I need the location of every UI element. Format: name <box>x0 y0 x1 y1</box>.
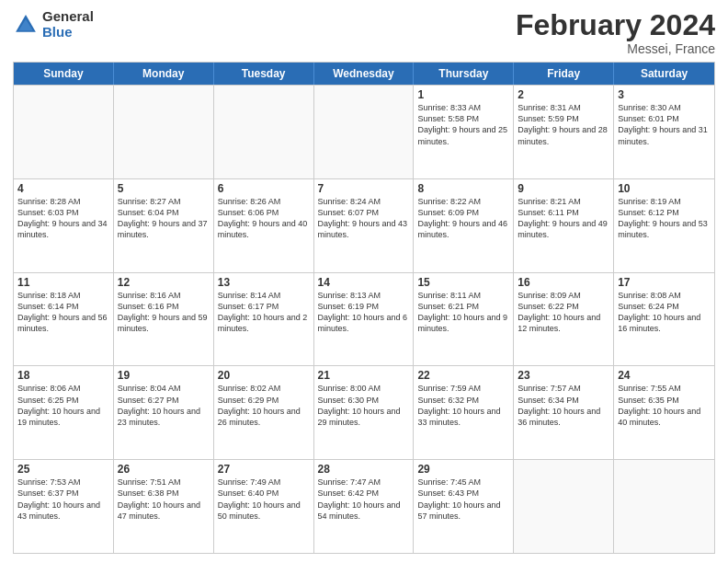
cell-day-number: 26 <box>118 463 210 476</box>
cal-week-1: 1Sunrise: 8:33 AMSunset: 5:58 PMDaylight… <box>14 85 714 178</box>
cell-info: Sunrise: 8:21 AMSunset: 6:11 PMDaylight:… <box>518 196 609 241</box>
cell-info: Sunrise: 7:53 AMSunset: 6:37 PMDaylight:… <box>17 477 109 522</box>
cal-cell: 13Sunrise: 8:14 AMSunset: 6:17 PMDayligh… <box>214 273 314 366</box>
cal-cell: 2Sunrise: 8:31 AMSunset: 5:59 PMDaylight… <box>514 86 614 178</box>
cell-day-number: 11 <box>17 276 109 289</box>
cal-week-4: 18Sunrise: 8:06 AMSunset: 6:25 PMDayligh… <box>14 365 714 459</box>
cal-header-sunday: Sunday <box>14 63 114 85</box>
cell-day-number: 20 <box>218 369 310 382</box>
logo: General Blue <box>13 9 94 40</box>
cell-day-number: 21 <box>318 369 410 382</box>
cell-day-number: 23 <box>518 369 609 382</box>
cal-week-5: 25Sunrise: 7:53 AMSunset: 6:37 PMDayligh… <box>14 459 714 553</box>
cell-day-number: 12 <box>118 276 210 289</box>
cal-cell: 12Sunrise: 8:16 AMSunset: 6:16 PMDayligh… <box>114 273 214 366</box>
cell-day-number: 19 <box>118 369 210 382</box>
cell-info: Sunrise: 8:09 AMSunset: 6:22 PMDaylight:… <box>518 290 609 335</box>
cal-cell <box>14 86 114 178</box>
cal-cell: 16Sunrise: 8:09 AMSunset: 6:22 PMDayligh… <box>514 273 614 366</box>
cell-info: Sunrise: 8:06 AMSunset: 6:25 PMDaylight:… <box>17 383 109 428</box>
cal-cell: 10Sunrise: 8:19 AMSunset: 6:12 PMDayligh… <box>614 179 714 272</box>
cell-info: Sunrise: 8:18 AMSunset: 6:14 PMDaylight:… <box>17 290 109 335</box>
cal-cell: 23Sunrise: 7:57 AMSunset: 6:34 PMDayligh… <box>514 366 614 459</box>
cell-info: Sunrise: 7:45 AMSunset: 6:43 PMDaylight:… <box>417 477 509 522</box>
cell-info: Sunrise: 8:28 AMSunset: 6:03 PMDaylight:… <box>17 196 109 241</box>
cal-cell: 5Sunrise: 8:27 AMSunset: 6:04 PMDaylight… <box>114 179 214 272</box>
cal-cell: 15Sunrise: 8:11 AMSunset: 6:21 PMDayligh… <box>414 273 514 366</box>
cal-cell: 22Sunrise: 7:59 AMSunset: 6:32 PMDayligh… <box>414 366 514 459</box>
cell-info: Sunrise: 8:00 AMSunset: 6:30 PMDaylight:… <box>318 383 410 428</box>
cal-header-saturday: Saturday <box>614 63 714 85</box>
cell-day-number: 8 <box>417 182 509 195</box>
cell-day-number: 18 <box>17 369 109 382</box>
cell-info: Sunrise: 8:13 AMSunset: 6:19 PMDaylight:… <box>318 290 410 335</box>
cell-info: Sunrise: 7:51 AMSunset: 6:38 PMDaylight:… <box>118 477 210 522</box>
cell-day-number: 13 <box>218 276 310 289</box>
cal-cell: 9Sunrise: 8:21 AMSunset: 6:11 PMDaylight… <box>514 179 614 272</box>
calendar: SundayMondayTuesdayWednesdayThursdayFrid… <box>13 62 715 554</box>
cal-cell: 8Sunrise: 8:22 AMSunset: 6:09 PMDaylight… <box>414 179 514 272</box>
cell-info: Sunrise: 8:26 AMSunset: 6:06 PMDaylight:… <box>218 196 310 241</box>
cell-day-number: 5 <box>118 182 210 195</box>
cal-cell <box>614 460 714 553</box>
cal-cell <box>214 86 314 178</box>
cell-info: Sunrise: 8:19 AMSunset: 6:12 PMDaylight:… <box>618 196 711 241</box>
cell-info: Sunrise: 8:16 AMSunset: 6:16 PMDaylight:… <box>118 290 210 335</box>
cell-day-number: 3 <box>618 88 711 101</box>
title-month: February 2024 <box>516 9 715 41</box>
cal-header-friday: Friday <box>514 63 614 85</box>
cell-info: Sunrise: 7:59 AMSunset: 6:32 PMDaylight:… <box>417 383 509 428</box>
cal-week-2: 4Sunrise: 8:28 AMSunset: 6:03 PMDaylight… <box>14 178 714 272</box>
cal-cell: 7Sunrise: 8:24 AMSunset: 6:07 PMDaylight… <box>314 179 415 272</box>
cell-day-number: 2 <box>518 88 609 101</box>
cal-cell: 24Sunrise: 7:55 AMSunset: 6:35 PMDayligh… <box>614 366 714 459</box>
cal-cell <box>114 86 214 178</box>
cell-day-number: 25 <box>17 463 109 476</box>
cell-info: Sunrise: 7:55 AMSunset: 6:35 PMDaylight:… <box>618 383 711 428</box>
cal-header-wednesday: Wednesday <box>314 63 415 85</box>
cal-cell: 14Sunrise: 8:13 AMSunset: 6:19 PMDayligh… <box>314 273 415 366</box>
cal-cell: 29Sunrise: 7:45 AMSunset: 6:43 PMDayligh… <box>414 460 514 553</box>
cell-info: Sunrise: 8:02 AMSunset: 6:29 PMDaylight:… <box>218 383 310 428</box>
cell-info: Sunrise: 8:14 AMSunset: 6:17 PMDaylight:… <box>218 290 310 335</box>
title-location: Messei, France <box>516 41 715 56</box>
cal-cell: 4Sunrise: 8:28 AMSunset: 6:03 PMDaylight… <box>14 179 114 272</box>
cal-cell: 20Sunrise: 8:02 AMSunset: 6:29 PMDayligh… <box>214 366 314 459</box>
cal-cell: 11Sunrise: 8:18 AMSunset: 6:14 PMDayligh… <box>14 273 114 366</box>
logo-text: General Blue <box>42 9 94 40</box>
cell-day-number: 27 <box>218 463 310 476</box>
page: General Blue February 2024 Messei, Franc… <box>0 0 728 563</box>
cal-cell <box>514 460 614 553</box>
cell-info: Sunrise: 8:24 AMSunset: 6:07 PMDaylight:… <box>318 196 410 241</box>
cell-info: Sunrise: 8:04 AMSunset: 6:27 PMDaylight:… <box>118 383 210 428</box>
cal-header-thursday: Thursday <box>414 63 514 85</box>
logo-blue: Blue <box>42 25 94 40</box>
cell-day-number: 4 <box>17 182 109 195</box>
cell-day-number: 24 <box>618 369 711 382</box>
cal-cell: 21Sunrise: 8:00 AMSunset: 6:30 PMDayligh… <box>314 366 415 459</box>
cal-cell: 27Sunrise: 7:49 AMSunset: 6:40 PMDayligh… <box>214 460 314 553</box>
cell-day-number: 10 <box>618 182 711 195</box>
cal-header-monday: Monday <box>114 63 214 85</box>
cell-day-number: 15 <box>417 276 509 289</box>
cal-week-3: 11Sunrise: 8:18 AMSunset: 6:14 PMDayligh… <box>14 272 714 366</box>
cal-cell: 3Sunrise: 8:30 AMSunset: 6:01 PMDaylight… <box>614 86 714 178</box>
cell-info: Sunrise: 8:31 AMSunset: 5:59 PMDaylight:… <box>518 102 609 147</box>
cal-cell: 6Sunrise: 8:26 AMSunset: 6:06 PMDaylight… <box>214 179 314 272</box>
logo-icon <box>13 12 39 38</box>
cell-day-number: 9 <box>518 182 609 195</box>
header: General Blue February 2024 Messei, Franc… <box>13 9 715 56</box>
cell-info: Sunrise: 8:22 AMSunset: 6:09 PMDaylight:… <box>417 196 509 241</box>
cal-cell: 18Sunrise: 8:06 AMSunset: 6:25 PMDayligh… <box>14 366 114 459</box>
cal-cell: 17Sunrise: 8:08 AMSunset: 6:24 PMDayligh… <box>614 273 714 366</box>
cal-cell: 1Sunrise: 8:33 AMSunset: 5:58 PMDaylight… <box>414 86 514 178</box>
cell-day-number: 1 <box>417 88 509 101</box>
cell-day-number: 14 <box>318 276 410 289</box>
cell-info: Sunrise: 8:08 AMSunset: 6:24 PMDaylight:… <box>618 290 711 335</box>
cell-day-number: 7 <box>318 182 410 195</box>
cell-day-number: 17 <box>618 276 711 289</box>
cell-day-number: 28 <box>318 463 410 476</box>
cell-day-number: 16 <box>518 276 609 289</box>
cell-info: Sunrise: 7:57 AMSunset: 6:34 PMDaylight:… <box>518 383 609 428</box>
cell-info: Sunrise: 8:11 AMSunset: 6:21 PMDaylight:… <box>417 290 509 335</box>
